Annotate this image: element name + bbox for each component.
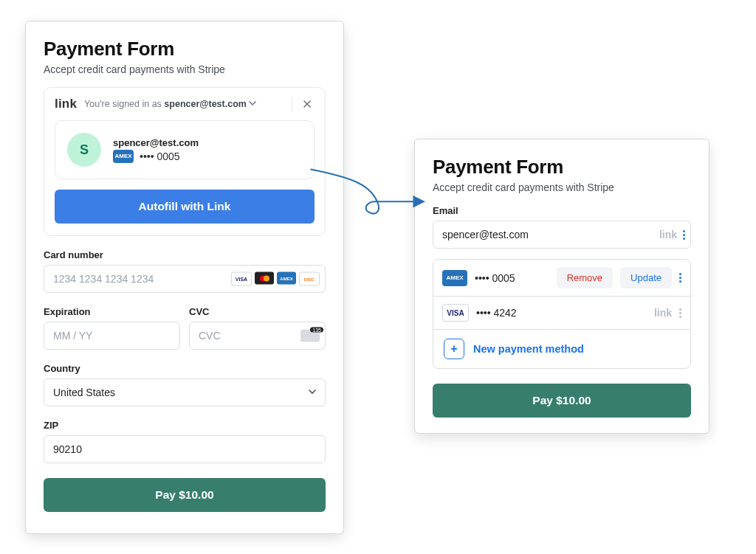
payment-form-link-autofill: Payment Form Accept credit card payments… [25, 21, 344, 534]
page-subtitle: Accept credit card payments with Stripe [433, 181, 691, 193]
expiration-input[interactable] [44, 322, 180, 350]
page-subtitle: Accept credit card payments with Stripe [44, 63, 326, 75]
link-brand-icon: link [659, 229, 677, 240]
avatar-initial: S [80, 142, 89, 158]
signed-in-text: You're signed in as spencer@test.com [84, 99, 280, 109]
payment-method-row[interactable]: VISA •••• 4242 link [433, 297, 690, 330]
discover-icon: DISC [299, 272, 320, 286]
saved-card-info: spencer@test.com AMEX •••• 0005 [113, 137, 199, 163]
saved-email: spencer@test.com [113, 137, 199, 148]
close-icon[interactable] [292, 97, 315, 111]
plus-icon: + [444, 339, 464, 359]
mastercard-icon [255, 272, 274, 285]
card-masked-number: •••• 0005 [475, 272, 549, 284]
avatar: S [67, 133, 101, 167]
link-brand-icon: link [55, 97, 77, 111]
amex-icon: AMEX [277, 272, 296, 285]
page-title: Payment Form [44, 38, 326, 60]
pay-button[interactable]: Pay $10.00 [44, 478, 326, 512]
cvc-label: CVC [189, 306, 326, 317]
country-select[interactable] [44, 378, 326, 406]
email-label: Email [433, 205, 691, 216]
card-masked-number: •••• 4242 [476, 307, 647, 319]
autofill-button[interactable]: Autofill with Link [55, 190, 315, 224]
link-brand-icon: link [654, 307, 672, 319]
page-title: Payment Form [433, 156, 691, 179]
new-payment-method-row[interactable]: + New payment method [433, 330, 690, 368]
pay-button[interactable]: Pay $10.00 [433, 384, 691, 418]
visa-icon: VISA [231, 272, 252, 286]
chevron-down-icon[interactable] [249, 100, 256, 107]
saved-card-number: •••• 0005 [140, 150, 180, 162]
saved-card[interactable]: S spencer@test.com AMEX •••• 0005 [55, 120, 315, 179]
zip-label: ZIP [44, 420, 326, 431]
saved-card-masked: AMEX •••• 0005 [113, 150, 199, 163]
cvc-card-icon [300, 330, 320, 342]
kebab-icon[interactable] [683, 230, 685, 240]
kebab-icon[interactable] [679, 273, 681, 283]
amex-icon: AMEX [113, 150, 134, 163]
visa-icon: VISA [442, 304, 469, 322]
email-input[interactable] [433, 221, 691, 249]
card-number-label: Card number [44, 249, 326, 260]
kebab-icon[interactable] [679, 308, 681, 318]
card-brand-icons: VISA AMEX DISC [231, 272, 320, 286]
amex-icon: AMEX [442, 270, 467, 286]
card-number-field-wrap: VISA AMEX DISC [44, 265, 326, 293]
payment-method-row[interactable]: AMEX •••• 0005 Remove Update [433, 260, 690, 297]
expiration-label: Expiration [44, 306, 180, 317]
new-payment-method-label: New payment method [473, 343, 584, 355]
payment-form-saved-methods: Payment Form Accept credit card payments… [414, 139, 709, 434]
link-header: link You're signed in as spencer@test.co… [55, 97, 315, 111]
update-button[interactable]: Update [620, 267, 672, 288]
country-label: Country [44, 363, 326, 374]
signed-in-email: spencer@test.com [164, 99, 247, 109]
link-card: link You're signed in as spencer@test.co… [44, 87, 326, 236]
zip-input[interactable] [44, 435, 326, 463]
signed-in-prefix: You're signed in as [84, 99, 164, 109]
payment-methods-list: AMEX •••• 0005 Remove Update VISA •••• 4… [433, 259, 691, 369]
remove-button[interactable]: Remove [557, 267, 613, 288]
